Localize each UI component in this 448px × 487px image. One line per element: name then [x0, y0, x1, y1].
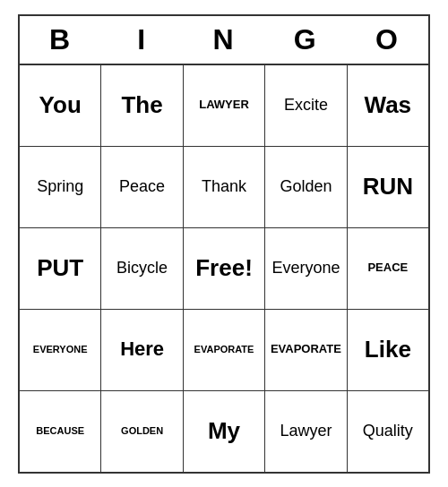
header-letter-O: O	[347, 16, 428, 64]
cell-text-3-0: EVERYONE	[33, 344, 88, 355]
bingo-cell-3-0: EVERYONE	[20, 310, 101, 390]
cell-text-2-3: Everyone	[271, 260, 340, 278]
bingo-cell-3-1: Here	[101, 310, 183, 390]
cell-text-1-1: Peace	[119, 178, 165, 196]
header-letter-B: B	[20, 16, 101, 64]
bingo-cell-1-3: Golden	[265, 147, 347, 227]
bingo-row-2: PUTBicycleFree!EveryonePEACE	[20, 228, 428, 310]
cell-text-4-1: GOLDEN	[121, 425, 163, 436]
cell-text-1-0: Spring	[37, 178, 83, 196]
bingo-cell-0-3: Excite	[265, 65, 347, 146]
header-letter-G: G	[265, 16, 347, 64]
cell-text-3-3: Evaporate	[271, 343, 341, 355]
cell-text-3-4: Like	[365, 337, 411, 363]
bingo-cell-2-3: Everyone	[265, 228, 347, 309]
bingo-row-1: SpringPeaceThankGoldenRUN	[20, 147, 428, 228]
cell-text-2-0: PUT	[37, 255, 83, 281]
bingo-cell-2-4: PEACE	[348, 228, 428, 309]
cell-text-4-0: BECAUSE	[36, 425, 84, 436]
bingo-cell-0-1: The	[101, 65, 183, 146]
bingo-row-3: EVERYONEHereEVAPORATEEvaporateLike	[20, 310, 428, 391]
bingo-cell-4-3: Lawyer	[265, 391, 347, 472]
bingo-cell-2-0: PUT	[20, 228, 101, 309]
bingo-cell-3-2: EVAPORATE	[184, 310, 265, 390]
bingo-cell-4-1: GOLDEN	[101, 391, 183, 472]
cell-text-4-3: Lawyer	[280, 423, 332, 440]
bingo-cell-4-0: BECAUSE	[20, 391, 101, 472]
cell-text-3-2: EVAPORATE	[194, 344, 254, 355]
cell-text-0-2: LAWYER	[199, 98, 249, 111]
bingo-cell-0-0: You	[20, 65, 101, 146]
bingo-cell-1-0: Spring	[20, 147, 101, 227]
bingo-cell-3-3: Evaporate	[265, 310, 347, 390]
bingo-cell-0-4: Was	[348, 65, 428, 146]
cell-text-0-0: You	[39, 92, 82, 118]
cell-text-4-2: My	[208, 418, 240, 444]
cell-text-4-4: Quality	[363, 423, 413, 440]
bingo-cell-1-1: Peace	[101, 147, 183, 227]
bingo-cell-3-4: Like	[348, 310, 428, 390]
bingo-header: BINGO	[20, 16, 428, 65]
bingo-cell-4-4: Quality	[348, 391, 428, 472]
bingo-row-0: YouTheLAWYERExciteWas	[20, 65, 428, 147]
bingo-cell-2-2: Free!	[184, 228, 265, 309]
bingo-grid: YouTheLAWYERExciteWasSpringPeaceThankGol…	[20, 65, 428, 472]
bingo-cell-1-4: RUN	[348, 147, 428, 227]
cell-text-1-4: RUN	[363, 174, 413, 200]
cell-text-3-1: Here	[120, 338, 164, 360]
bingo-cell-2-1: Bicycle	[101, 228, 183, 309]
cell-text-2-1: Bicycle	[116, 260, 168, 278]
bingo-cell-0-2: LAWYER	[184, 65, 265, 146]
cell-text-2-2: Free!	[195, 255, 253, 281]
header-letter-N: N	[183, 16, 264, 64]
bingo-card: BINGO YouTheLAWYERExciteWasSpringPeaceTh…	[18, 14, 430, 474]
cell-text-0-3: Excite	[284, 97, 328, 115]
bingo-cell-4-2: My	[184, 391, 265, 472]
cell-text-1-2: Thank	[202, 178, 246, 196]
cell-text-2-4: PEACE	[367, 261, 408, 274]
bingo-row-4: BECAUSEGOLDENMyLawyerQuality	[20, 391, 428, 472]
header-letter-I: I	[101, 16, 183, 64]
cell-text-0-1: The	[121, 92, 162, 118]
cell-text-0-4: Was	[365, 92, 412, 118]
bingo-cell-1-2: Thank	[184, 147, 265, 227]
cell-text-1-3: Golden	[280, 178, 332, 196]
